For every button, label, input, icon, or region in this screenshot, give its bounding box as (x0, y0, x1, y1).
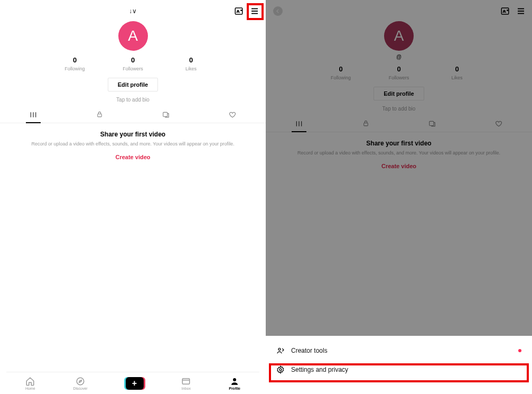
username-line: @ (266, 54, 532, 60)
stats-row: 0 Following 0 Followers 0 Likes (0, 56, 266, 71)
stat-followers[interactable]: 0 Followers (104, 56, 162, 71)
home-icon (25, 377, 35, 386)
bottom-sheet: Creator tools Settings and privacy (266, 336, 532, 394)
pane-settings-sheet: A @ 0 Following 0 Followers 0 Likes (266, 0, 532, 394)
topbar (266, 0, 532, 18)
svg-rect-10 (98, 114, 102, 116)
edit-profile-button[interactable]: Edit profile (374, 87, 424, 100)
empty-state: Share your first video Record or upload … (0, 131, 266, 161)
highlight-hamburger (247, 3, 264, 20)
add-bio[interactable]: Tap to add bio (266, 106, 532, 112)
inbox-icon (181, 377, 191, 386)
username-dropdown[interactable]: ↓∨ (129, 7, 137, 15)
tab-liked[interactable] (199, 107, 266, 123)
topbar: ↓∨ (0, 0, 266, 18)
add-friend-icon[interactable] (233, 5, 245, 17)
tab-private[interactable] (332, 116, 399, 132)
tab-grid[interactable] (0, 107, 67, 123)
svg-rect-14 (183, 378, 190, 384)
stats-row: 0 Following 0 Followers 0 Likes (266, 65, 532, 80)
svg-rect-26 (363, 123, 368, 125)
pane-profile: ↓∨ A 0 Following (0, 0, 266, 394)
stat-likes[interactable]: 0 Likes (162, 56, 220, 71)
avatar-wrap: A (266, 21, 532, 51)
profile-tabs (0, 107, 266, 123)
nav-profile[interactable]: Profile (229, 377, 240, 390)
nav-discover[interactable]: Discover (73, 377, 87, 390)
stat-following[interactable]: 0 Following (46, 56, 104, 71)
edit-profile-button[interactable]: Edit profile (108, 78, 158, 91)
tab-private[interactable] (67, 107, 133, 123)
tab-saved[interactable] (399, 116, 465, 132)
stat-followers[interactable]: 0 Followers (370, 65, 428, 80)
stat-likes[interactable]: 0 Likes (428, 65, 486, 80)
avatar[interactable]: A (384, 21, 414, 51)
profile-tabs (266, 116, 532, 132)
dim-overlay (266, 0, 532, 344)
creator-tools-icon (276, 346, 285, 355)
highlight-settings-row (269, 363, 529, 382)
username-prefix: ↓∨ (129, 7, 137, 15)
nav-home[interactable]: Home (25, 377, 35, 390)
empty-desc: Record or upload a video with effects, s… (266, 150, 532, 155)
compass-icon (76, 377, 85, 386)
empty-state: Share your first video Record or upload … (266, 140, 532, 170)
svg-marker-13 (79, 380, 82, 382)
stat-following[interactable]: 0 Following (312, 65, 370, 80)
create-video-link[interactable]: Create video (381, 163, 416, 169)
svg-point-28 (278, 348, 281, 350)
tab-liked[interactable] (465, 116, 532, 132)
empty-title: Share your first video (0, 131, 266, 138)
nav-create[interactable]: + (126, 377, 144, 390)
svg-rect-27 (430, 121, 434, 125)
avatar-wrap: A (0, 21, 266, 51)
avatar[interactable]: A (118, 21, 148, 51)
empty-desc: Record or upload a video with effects, s… (0, 141, 266, 146)
avatar-letter: A (128, 28, 138, 44)
svg-point-12 (77, 378, 84, 385)
add-bio[interactable]: Tap to add bio (0, 97, 266, 103)
tab-grid[interactable] (266, 116, 332, 132)
svg-rect-11 (163, 112, 167, 116)
tab-saved[interactable] (133, 107, 200, 123)
sheet-creator-tools-label: Creator tools (291, 347, 328, 354)
create-video-link[interactable]: Create video (115, 154, 150, 160)
nav-inbox[interactable]: Inbox (181, 377, 191, 390)
svg-point-15 (233, 378, 236, 381)
avatar-letter: A (394, 28, 404, 44)
notification-dot (518, 349, 521, 352)
plus-icon: + (126, 377, 144, 390)
profile-icon (230, 377, 239, 386)
bottom-nav: Home Discover + Inbox Profile (6, 372, 259, 394)
empty-title: Share your first video (266, 140, 532, 147)
sheet-creator-tools[interactable]: Creator tools (266, 341, 532, 360)
add-friend-icon[interactable] (499, 5, 511, 17)
hamburger-menu-icon[interactable] (515, 5, 527, 17)
